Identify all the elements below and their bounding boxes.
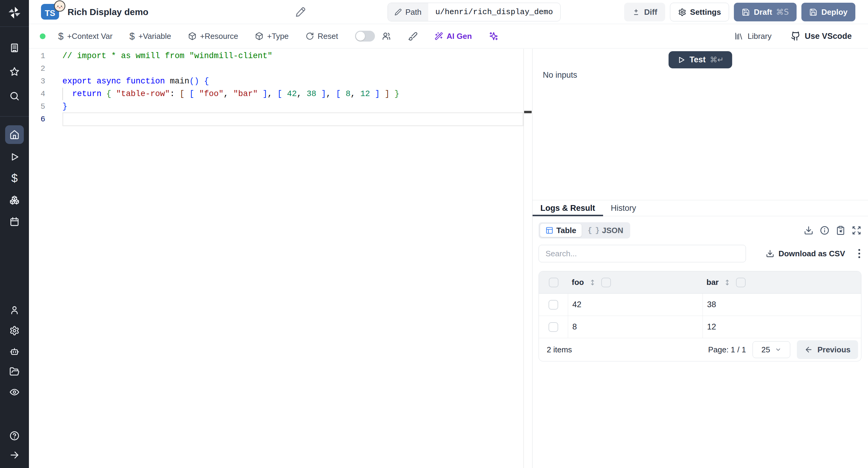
line-number: 6 bbox=[29, 113, 45, 126]
path-label-segment: Path bbox=[388, 3, 428, 21]
kebab-menu[interactable] bbox=[857, 248, 861, 259]
view-mode-json-label: JSON bbox=[602, 226, 623, 235]
table-row: 4238 bbox=[539, 294, 861, 316]
gear-icon bbox=[678, 8, 686, 16]
arrow-left-icon bbox=[804, 345, 813, 354]
dollar-icon: $ bbox=[58, 31, 64, 42]
deploy-button[interactable]: Deploy bbox=[801, 3, 855, 22]
arrow-right-icon[interactable] bbox=[9, 449, 20, 461]
add-type-label: +Type bbox=[267, 32, 289, 41]
folder-open-icon[interactable] bbox=[9, 366, 20, 377]
view-mode-table-label: Table bbox=[556, 226, 576, 235]
brush-icon[interactable] bbox=[408, 31, 418, 41]
cell-bar: 12 bbox=[703, 316, 861, 338]
column-header-bar[interactable]: bar bbox=[703, 278, 861, 287]
search-icon[interactable] bbox=[9, 91, 20, 101]
view-mode-json[interactable]: { } JSON bbox=[582, 224, 629, 237]
help-icon[interactable] bbox=[9, 430, 20, 441]
diff-icon bbox=[632, 8, 640, 16]
line-number: 5 bbox=[29, 100, 45, 113]
save-icon bbox=[742, 8, 750, 16]
code-line[interactable]: } bbox=[62, 100, 520, 113]
use-vscode-button[interactable]: Use VScode bbox=[791, 31, 852, 41]
diff-mode-toggle[interactable] bbox=[355, 31, 375, 41]
code-line[interactable]: export async function main() { bbox=[62, 75, 520, 88]
calendar-icon[interactable] bbox=[9, 216, 20, 227]
download-result-icon[interactable] bbox=[804, 226, 813, 235]
add-context-var-label: +Context Var bbox=[67, 32, 113, 41]
column-header-foo[interactable]: foo bbox=[568, 278, 703, 287]
reset-button[interactable]: Reset bbox=[306, 32, 338, 41]
building-icon[interactable] bbox=[9, 42, 20, 53]
add-variable-button[interactable]: $ +Variable bbox=[129, 31, 171, 42]
path-button[interactable]: Path u/henri/rich_display_demo bbox=[388, 3, 561, 22]
play-icon[interactable] bbox=[9, 152, 20, 162]
page-title: Rich Display demo bbox=[67, 0, 148, 24]
eye-icon[interactable] bbox=[9, 387, 20, 398]
cursor-position-marker bbox=[524, 111, 532, 113]
view-mode-table[interactable]: Table bbox=[540, 224, 582, 237]
tab-logs-result[interactable]: Logs & Result bbox=[532, 200, 603, 216]
star-icon[interactable] bbox=[9, 66, 20, 77]
code-line[interactable] bbox=[62, 113, 520, 126]
library-button[interactable]: Library bbox=[734, 32, 771, 41]
code-line[interactable]: // import * as wmill from "windmill-clie… bbox=[62, 50, 520, 62]
code-editor[interactable]: 123456 // import * as wmill from "windmi… bbox=[29, 49, 532, 468]
sparkles-icon[interactable] bbox=[489, 31, 498, 41]
add-resource-button[interactable]: +Resource bbox=[188, 32, 238, 41]
users-icon[interactable] bbox=[381, 31, 391, 41]
code-line[interactable]: return { "table-row": [ [ "foo", "bar" ]… bbox=[62, 88, 520, 100]
line-number: 3 bbox=[29, 75, 45, 88]
header-bar: TS Rich Display demo Path bbox=[29, 0, 868, 24]
sidebar-divider bbox=[0, 27, 29, 27]
cell-foo: 42 bbox=[568, 294, 703, 315]
previous-page-button[interactable]: Previous bbox=[797, 340, 858, 359]
no-inputs-text: No inputs bbox=[543, 70, 577, 80]
play-icon bbox=[677, 56, 685, 64]
sidebar-item-home[interactable] bbox=[5, 125, 24, 144]
code-line[interactable] bbox=[62, 62, 520, 75]
draft-button[interactable]: Draft ⌘S bbox=[734, 3, 797, 22]
row-checkbox[interactable] bbox=[549, 300, 558, 310]
diff-label: Diff bbox=[644, 7, 657, 17]
dollar-icon[interactable]: $ bbox=[9, 173, 20, 184]
row-checkbox[interactable] bbox=[549, 322, 558, 332]
result-table: foo bar 4238812 bbox=[538, 271, 861, 361]
test-button[interactable]: Test ⌘↵ bbox=[669, 51, 732, 68]
sort-icon[interactable] bbox=[723, 278, 731, 287]
select-all-checkbox[interactable] bbox=[549, 278, 558, 287]
boxes-icon[interactable] bbox=[9, 195, 20, 205]
column-toggle-bar[interactable] bbox=[736, 278, 746, 287]
edit-title-pencil-icon[interactable] bbox=[296, 7, 306, 17]
column-toggle-foo[interactable] bbox=[601, 278, 611, 287]
page-size-select[interactable]: 25 bbox=[752, 341, 790, 358]
logs-result-section: Logs & Result History Table { } bbox=[532, 200, 868, 468]
sort-icon[interactable] bbox=[589, 278, 596, 287]
pencil-icon bbox=[395, 8, 402, 16]
column-label: bar bbox=[707, 278, 718, 287]
add-type-button[interactable]: +Type bbox=[255, 32, 289, 41]
tab-history[interactable]: History bbox=[603, 200, 644, 216]
search-input[interactable] bbox=[546, 249, 739, 258]
line-number: 4 bbox=[29, 88, 45, 100]
add-context-var-button[interactable]: $ +Context Var bbox=[58, 31, 113, 42]
copy-to-clipboard-icon[interactable] bbox=[836, 226, 845, 235]
user-icon[interactable] bbox=[9, 305, 20, 315]
result-tabbar: Logs & Result History bbox=[532, 200, 868, 216]
code-content[interactable]: // import * as wmill from "windmill-clie… bbox=[62, 50, 520, 126]
windmill-logo-icon[interactable] bbox=[7, 5, 22, 21]
line-number: 2 bbox=[29, 62, 45, 75]
gear-icon[interactable] bbox=[9, 325, 20, 336]
diff-button[interactable]: Diff bbox=[624, 3, 665, 22]
previous-label: Previous bbox=[817, 345, 850, 355]
add-variable-label: +Variable bbox=[138, 32, 171, 41]
settings-label: Settings bbox=[690, 7, 721, 17]
table-search[interactable] bbox=[538, 245, 746, 262]
robot-icon[interactable] bbox=[9, 346, 20, 357]
settings-button[interactable]: Settings bbox=[670, 3, 730, 22]
info-icon[interactable] bbox=[820, 226, 830, 235]
expand-icon[interactable] bbox=[852, 226, 861, 235]
download-csv-button[interactable]: Download as CSV bbox=[766, 249, 845, 258]
ai-gen-button[interactable]: AI Gen bbox=[435, 32, 472, 41]
row-checkbox-cell bbox=[539, 294, 568, 315]
